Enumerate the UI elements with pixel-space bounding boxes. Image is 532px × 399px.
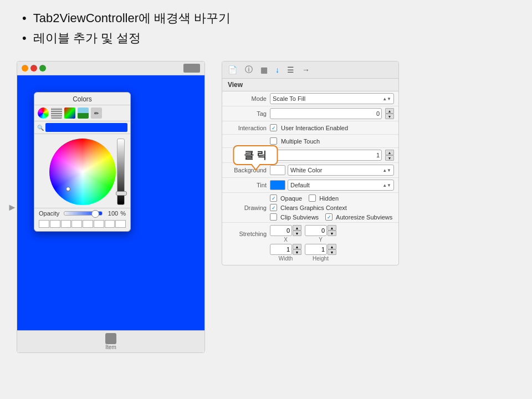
stretching-section: Stretching 0 ▲ ▼: [222, 223, 398, 265]
tint-color-swatch[interactable]: [270, 180, 285, 190]
user-interaction-checkbox[interactable]: [270, 124, 277, 131]
hex-cell-4: [71, 220, 82, 228]
color-wheel[interactable]: [49, 139, 116, 205]
mode-control: Scale To Fill ▲▼: [270, 93, 394, 104]
stretch-y-group: 0 ▲ ▼ Y: [305, 225, 336, 243]
clears-graphics-label: Clears Graphics Context: [280, 204, 347, 211]
opaque-checkbox[interactable]: [270, 195, 277, 202]
tag-input[interactable]: 0: [270, 108, 382, 119]
inspector-body: View Mode Scale To Fill ▲▼ Tag 0: [222, 79, 398, 265]
stretch-xy-inputs: 0 ▲ ▼ X: [270, 225, 336, 243]
hidden-checkbox[interactable]: [309, 195, 316, 202]
background-color-swatch[interactable]: [270, 165, 285, 175]
stretch-y-input-row: 0 ▲ ▼: [305, 225, 336, 236]
clip-subviews-item: Clip Subviews: [270, 213, 319, 221]
stretch-x-group: 0 ▲ ▼ X: [270, 225, 301, 243]
opacity-handle[interactable]: [91, 210, 99, 218]
alpha-step-down[interactable]: ▼: [385, 155, 394, 161]
color-grid-icon[interactable]: [51, 108, 62, 119]
mode-select[interactable]: Scale To Fill ▲▼: [270, 93, 394, 104]
inspector-grid-icon[interactable]: ▦: [260, 65, 268, 74]
toolbar-menu-btn[interactable]: [183, 64, 200, 73]
stretch-wh-row: 1 ▲ ▼ Width: [227, 244, 394, 262]
stretch-w-input-row: 1 ▲ ▼: [270, 244, 301, 255]
clip-subviews-label: Clip Subviews: [280, 214, 319, 221]
background-control: White Color ▲▼: [270, 165, 394, 176]
opaque-label: Opaque: [280, 195, 302, 202]
colors-dialog[interactable]: Colors ✏ 🔍: [34, 92, 131, 232]
stretch-x-step-up[interactable]: ▲: [293, 225, 301, 231]
stretch-w-stepper[interactable]: ▲ ▼: [293, 244, 301, 255]
stretch-xy-row: Stretching 0 ▲ ▼: [227, 225, 394, 243]
background-color-select[interactable]: White Color ▲▼: [288, 165, 394, 176]
inspector-help-icon[interactable]: ⓘ: [245, 65, 253, 75]
inspector-list-icon[interactable]: ☰: [287, 65, 294, 74]
drawing-label: Drawing: [227, 204, 270, 211]
color-search-input[interactable]: [45, 123, 127, 132]
colors-wheel-area: [34, 134, 130, 208]
clip-subviews-checkbox[interactable]: [270, 213, 277, 221]
stretch-x-stepper[interactable]: ▲ ▼: [293, 225, 301, 236]
brightness-handle[interactable]: [116, 191, 127, 196]
multiple-touch-label: Multiple Touch: [281, 138, 320, 145]
hex-cell-2: [50, 220, 60, 228]
stretch-x-step-down[interactable]: ▼: [293, 231, 301, 236]
dot-green[interactable]: [39, 65, 46, 71]
brightness-slider[interactable]: [117, 139, 125, 205]
multiple-touch-checkbox[interactable]: [270, 137, 277, 145]
tab-icon: [105, 333, 116, 344]
tint-row: Tint Default ▲▼: [222, 178, 398, 193]
hex-cell-3: [61, 220, 71, 228]
background-row: 클 릭 Background White Color ▲▼: [222, 163, 398, 178]
color-palette-icon[interactable]: [64, 108, 75, 119]
inspector-panel: 📄 ⓘ ▦ ↓ ☰ → View Mode Scale To Fill ▲▼: [222, 61, 399, 265]
color-pencil-icon[interactable]: ✏: [91, 108, 102, 119]
color-wheel-icon[interactable]: [38, 108, 49, 119]
stretch-y-label: Y: [319, 237, 323, 243]
inspector-doc-icon[interactable]: 📄: [228, 65, 237, 74]
tag-row: Tag 0 ▲ ▼: [222, 106, 398, 121]
toolbar-right: [183, 64, 200, 73]
stretch-w-step-up[interactable]: ▲: [293, 244, 301, 249]
stretch-w-step-down[interactable]: ▼: [293, 249, 301, 255]
autoresize-checkbox[interactable]: [325, 213, 332, 221]
alpha-step-up[interactable]: ▲: [385, 150, 394, 155]
view-section-header: View: [222, 79, 398, 91]
mode-label: Mode: [227, 95, 270, 102]
tag-step-up[interactable]: ▲: [385, 108, 394, 114]
hex-cell-5: [83, 220, 93, 228]
colors-opacity-row: Opacity 100 %: [34, 208, 130, 218]
opacity-slider[interactable]: [64, 211, 103, 216]
inspector-forward-icon[interactable]: →: [302, 65, 310, 74]
tint-color-select[interactable]: Default ▲▼: [288, 180, 394, 191]
stretch-y-input[interactable]: 0: [305, 225, 327, 236]
opacity-label: Opacity: [39, 210, 59, 217]
stretch-h-label: Height: [313, 255, 329, 262]
dot-red[interactable]: [30, 65, 37, 71]
stretch-w-group: 1 ▲ ▼ Width: [270, 244, 301, 262]
stretch-x-input[interactable]: 0: [270, 225, 292, 236]
tag-stepper[interactable]: ▲ ▼: [385, 108, 394, 119]
stretch-h-step-down[interactable]: ▼: [328, 249, 336, 255]
alpha-stepper[interactable]: ▲ ▼: [385, 150, 394, 161]
stretch-y-stepper[interactable]: ▲ ▼: [328, 225, 336, 236]
stretch-h-input[interactable]: 1: [305, 244, 327, 255]
mode-select-arrow: ▲▼: [382, 96, 391, 101]
stretch-y-step-down[interactable]: ▼: [328, 231, 336, 236]
stretch-h-step-up[interactable]: ▲: [328, 244, 336, 249]
dot-orange[interactable]: [22, 65, 28, 71]
clears-graphics-checkbox[interactable]: [270, 204, 277, 211]
color-image-icon[interactable]: [78, 108, 89, 119]
main-content: ► Colors ✏: [0, 55, 532, 359]
alpha-input[interactable]: 1: [270, 150, 382, 161]
stretch-w-input[interactable]: 1: [270, 244, 292, 255]
mode-row: Mode Scale To Fill ▲▼: [222, 91, 398, 106]
stretch-y-step-up[interactable]: ▲: [328, 225, 336, 231]
stretch-wh-inputs: 1 ▲ ▼ Width: [270, 244, 336, 262]
tag-step-down[interactable]: ▼: [385, 114, 394, 119]
inspector-arrow-icon[interactable]: ↓: [275, 65, 279, 74]
stretch-h-stepper[interactable]: ▲ ▼: [328, 244, 336, 255]
colors-search-bar: 🔍: [34, 121, 130, 134]
drawing-row: Drawing Opaque Hidden Clears Graphics Co…: [222, 193, 398, 223]
multiple-touch-control: Multiple Touch: [270, 137, 394, 145]
